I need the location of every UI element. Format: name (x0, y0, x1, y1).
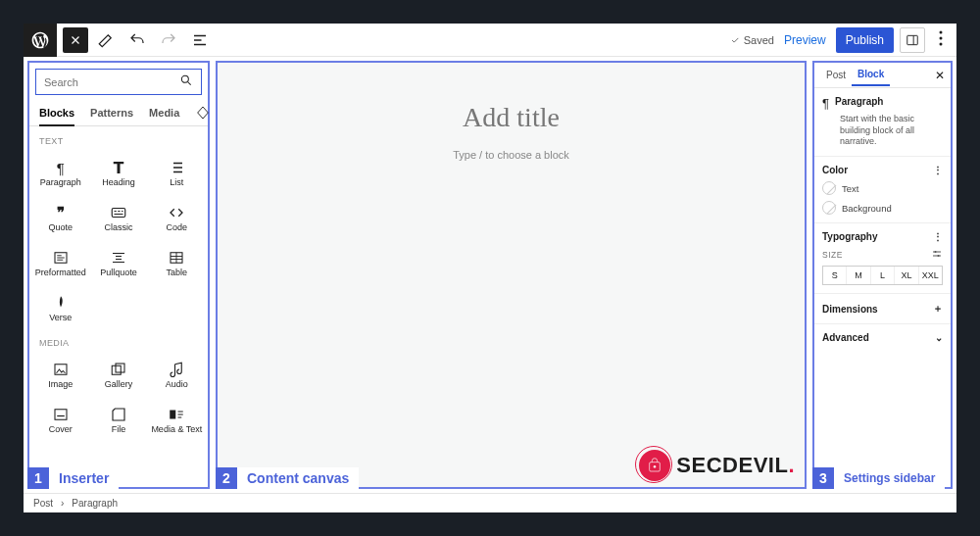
saved-status: Saved (730, 34, 774, 46)
size-xl[interactable]: XL (895, 267, 918, 284)
close-settings-button[interactable]: ✕ (935, 69, 945, 82)
inserter-panel: Blocks Patterns Media TEXT ¶Paragraph He… (27, 61, 210, 489)
block-media-text[interactable]: Media & Text (148, 397, 206, 440)
image-icon (52, 360, 70, 379)
preformatted-icon (52, 248, 70, 268)
quote-icon: ❞ (57, 203, 65, 222)
block-heading[interactable]: Heading (89, 150, 147, 193)
tab-blocks[interactable]: Blocks (39, 101, 74, 125)
block-cover[interactable]: Cover (31, 397, 89, 440)
font-size-selector[interactable]: S M L XL XXL (822, 266, 943, 285)
redo-button[interactable] (155, 26, 182, 54)
verse-icon (52, 293, 70, 313)
svg-point-2 (940, 37, 943, 40)
block-pullquote[interactable]: Pullquote (89, 240, 147, 283)
post-title-placeholder[interactable]: Add title (463, 102, 560, 133)
block-verse[interactable]: Verse (31, 285, 89, 328)
swatch-icon (822, 201, 836, 215)
advanced-heading: Advanced (822, 332, 869, 343)
main-area: Blocks Patterns Media TEXT ¶Paragraph He… (24, 57, 956, 493)
publish-button[interactable]: Publish (836, 27, 894, 53)
svg-rect-5 (112, 209, 125, 218)
size-m[interactable]: M (847, 267, 870, 284)
annotation-inserter: 1 Inserter (27, 467, 119, 489)
annotation-settings: 3 Settings sidebar (812, 467, 945, 489)
settings-tabs: Post Block ✕ (814, 63, 951, 88)
block-list[interactable]: List (148, 150, 206, 193)
undo-button[interactable] (123, 26, 151, 54)
tab-block[interactable]: Block (852, 64, 890, 86)
swatch-icon (822, 181, 836, 195)
settings-sidebar: Post Block ✕ ¶ Paragraph Start with the … (812, 61, 953, 489)
size-l[interactable]: L (871, 267, 895, 284)
svg-rect-13 (650, 463, 661, 471)
media-blocks-grid: Image Gallery Audio Cover File Media & T… (29, 352, 208, 440)
tab-media[interactable]: Media (149, 101, 179, 125)
crumb-post[interactable]: Post (33, 498, 53, 509)
audio-icon (168, 360, 185, 379)
color-background-row[interactable]: Background (822, 201, 943, 215)
svg-rect-12 (171, 411, 176, 419)
block-paragraph[interactable]: ¶Paragraph (31, 150, 89, 193)
block-audio[interactable]: Audio (148, 352, 206, 395)
block-search[interactable] (35, 69, 202, 95)
block-code[interactable]: Code (148, 195, 206, 238)
content-canvas[interactable]: Add title Type / to choose a block SECDE… (216, 61, 807, 489)
plus-icon: ＋ (933, 302, 943, 316)
svg-point-14 (654, 465, 656, 467)
size-label: SIZE (822, 250, 843, 260)
block-classic[interactable]: Classic (89, 195, 147, 238)
svg-point-16 (938, 255, 940, 257)
color-heading: Color (822, 165, 848, 175)
svg-rect-11 (55, 410, 67, 420)
wordpress-logo[interactable] (24, 24, 57, 57)
svg-rect-0 (907, 35, 918, 44)
block-appender[interactable]: Type / to choose a block (453, 149, 569, 161)
svg-point-4 (181, 75, 188, 82)
size-settings-icon[interactable] (931, 248, 943, 262)
brand-logo-icon (639, 450, 670, 481)
pullquote-icon (110, 248, 127, 268)
edit-icon[interactable] (92, 26, 120, 54)
block-search-input[interactable] (44, 76, 179, 88)
typography-panel: Typography ⋮ SIZE S M L XL XXL (814, 223, 951, 294)
typography-heading: Typography (822, 231, 877, 242)
typography-options-icon[interactable]: ⋮ (933, 231, 943, 242)
crumb-paragraph[interactable]: Paragraph (72, 498, 118, 509)
file-icon (110, 405, 127, 424)
block-breadcrumb: Post › Paragraph (24, 493, 956, 512)
tab-post[interactable]: Post (820, 65, 852, 85)
code-icon (168, 203, 185, 222)
block-table[interactable]: Table (148, 240, 206, 283)
advanced-panel[interactable]: Advanced ⌄ (814, 324, 951, 351)
color-text-row[interactable]: Text (822, 181, 943, 195)
dimensions-heading: Dimensions (822, 304, 878, 315)
brand-watermark: SECDEVIL. (639, 450, 795, 481)
close-inserter-button[interactable] (63, 27, 88, 53)
list-icon (168, 158, 185, 177)
tab-patterns[interactable]: Patterns (90, 101, 133, 125)
block-description: Start with the basic building block of a… (840, 114, 943, 148)
block-preformatted[interactable]: Preformatted (31, 240, 89, 283)
size-s[interactable]: S (823, 267, 847, 284)
block-image[interactable]: Image (31, 352, 89, 395)
block-file[interactable]: File (89, 397, 147, 440)
block-gallery[interactable]: Gallery (89, 352, 147, 395)
text-blocks-grid: ¶Paragraph Heading List ❞Quote Classic C… (29, 150, 208, 328)
svg-rect-9 (112, 365, 121, 374)
explore-arrow-icon[interactable] (195, 105, 211, 122)
dimensions-panel[interactable]: Dimensions ＋ (814, 294, 951, 324)
size-xxl[interactable]: XXL (919, 267, 942, 284)
block-quote[interactable]: ❞Quote (31, 195, 89, 238)
block-description-panel: ¶ Paragraph Start with the basic buildin… (814, 88, 951, 157)
color-options-icon[interactable]: ⋮ (933, 165, 943, 175)
topbar: Saved Preview Publish (24, 24, 956, 57)
document-overview-button[interactable] (186, 26, 214, 54)
preview-button[interactable]: Preview (784, 33, 826, 47)
gallery-icon (110, 360, 127, 379)
options-button[interactable] (931, 30, 951, 49)
section-heading-media: MEDIA (29, 328, 208, 352)
sidebar-toggle-button[interactable] (900, 27, 925, 53)
heading-icon (110, 158, 127, 177)
editor-window: Saved Preview Publish Blocks Patterns Me… (24, 24, 956, 512)
